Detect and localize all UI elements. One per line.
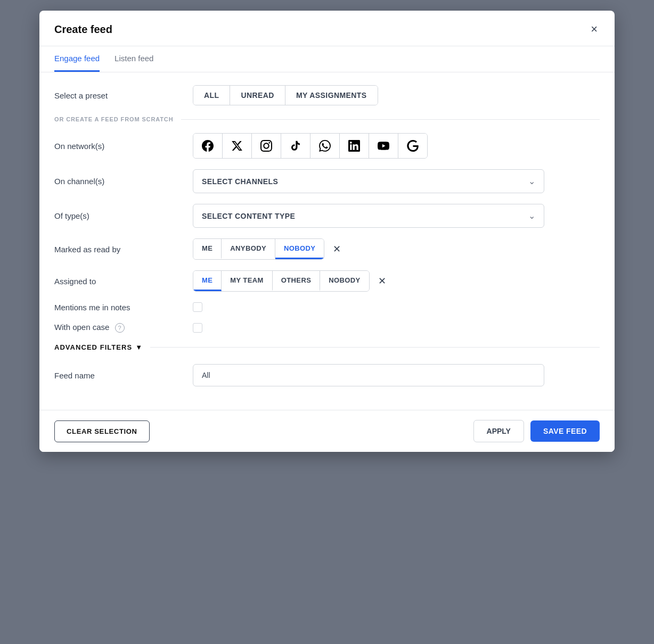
- channel-dropdown-label: SELECT CHANNELS: [202, 177, 278, 186]
- clear-selection-button[interactable]: CLEAR SELECTION: [54, 420, 150, 442]
- tab-listen[interactable]: Listen feed: [115, 46, 153, 72]
- modal-title: Create feed: [54, 23, 112, 36]
- type-row: Of type(s) SELECT CONTENT TYPE ⌄: [54, 204, 600, 228]
- network-tiktok-button[interactable]: [281, 134, 310, 158]
- tab-bar: Engage feed Listen feed: [39, 46, 615, 72]
- save-feed-button[interactable]: SAVE FEED: [530, 420, 600, 442]
- network-label: On network(s): [54, 142, 193, 151]
- network-icons-group: [193, 133, 428, 159]
- channel-chevron-icon: ⌄: [528, 176, 535, 186]
- open-case-label: With open case ?: [54, 323, 193, 333]
- footer-right-actions: APPLY SAVE FEED: [473, 420, 600, 442]
- modal-header: Create feed ×: [39, 11, 615, 46]
- open-case-help-icon[interactable]: ?: [115, 323, 125, 333]
- network-facebook-button[interactable]: [193, 134, 223, 158]
- preset-all-button[interactable]: ALL: [193, 86, 230, 105]
- advanced-filters-row: ADVANCED FILTERS ▼: [54, 343, 600, 351]
- type-dropdown-label: SELECT CONTENT TYPE: [202, 212, 295, 220]
- tab-engage[interactable]: Engage feed: [54, 46, 100, 72]
- marked-read-toggle-group: ME ANYBODY NOBODY: [193, 238, 324, 260]
- apply-button[interactable]: APPLY: [473, 420, 524, 442]
- open-case-row: With open case ?: [54, 323, 600, 333]
- modal-body: Select a preset ALL UNREAD MY ASSIGNMENT…: [39, 72, 615, 410]
- assigned-to-row: Assigned to ME MY TEAM OTHERS NOBODY ✕: [54, 270, 600, 292]
- marked-read-me-button[interactable]: ME: [193, 239, 222, 259]
- modal-footer: CLEAR SELECTION APPLY SAVE FEED: [39, 410, 615, 452]
- channel-row: On channel(s) SELECT CHANNELS ⌄: [54, 169, 600, 193]
- type-dropdown[interactable]: SELECT CONTENT TYPE ⌄: [193, 204, 544, 228]
- network-whatsapp-button[interactable]: [310, 134, 340, 158]
- preset-buttons-group: ALL UNREAD MY ASSIGNMENTS: [193, 85, 378, 105]
- preset-row: Select a preset ALL UNREAD MY ASSIGNMENT…: [54, 85, 600, 105]
- type-label: Of type(s): [54, 211, 193, 220]
- assigned-to-clear-button[interactable]: ✕: [375, 274, 389, 288]
- feed-name-input[interactable]: [193, 364, 544, 386]
- feed-name-row: Feed name: [54, 364, 600, 386]
- scratch-divider-label: OR CREATE A FEED FROM SCRATCH: [54, 116, 174, 122]
- preset-my-assignments-button[interactable]: MY ASSIGNMENTS: [285, 86, 378, 105]
- advanced-filters-arrow: ▼: [135, 343, 143, 351]
- advanced-filters-button[interactable]: ADVANCED FILTERS ▼: [54, 343, 143, 351]
- advanced-filters-divider: [150, 347, 600, 348]
- marked-read-nobody-button[interactable]: NOBODY: [275, 239, 324, 259]
- scratch-divider: OR CREATE A FEED FROM SCRATCH: [54, 116, 600, 122]
- network-linkedin-button[interactable]: [340, 134, 369, 158]
- advanced-filters-label: ADVANCED FILTERS: [54, 343, 132, 351]
- network-youtube-button[interactable]: [369, 134, 398, 158]
- network-twitter-button[interactable]: [223, 134, 252, 158]
- preset-label: Select a preset: [54, 91, 193, 100]
- network-google-button[interactable]: [398, 134, 427, 158]
- assigned-others-button[interactable]: OTHERS: [273, 271, 321, 291]
- close-button[interactable]: ×: [588, 21, 600, 37]
- assigned-my-team-button[interactable]: MY TEAM: [222, 271, 272, 291]
- network-instagram-button[interactable]: [252, 134, 281, 158]
- marked-read-row: Marked as read by ME ANYBODY NOBODY ✕: [54, 238, 600, 260]
- type-chevron-icon: ⌄: [528, 211, 535, 221]
- mentions-row: Mentions me in notes: [54, 302, 600, 312]
- network-row: On network(s): [54, 133, 600, 159]
- assigned-to-label: Assigned to: [54, 277, 193, 286]
- marked-read-label: Marked as read by: [54, 245, 193, 254]
- feed-name-label: Feed name: [54, 371, 193, 380]
- assigned-nobody-button[interactable]: NOBODY: [320, 271, 369, 291]
- marked-read-anybody-button[interactable]: ANYBODY: [222, 239, 275, 259]
- marked-read-clear-button[interactable]: ✕: [330, 242, 344, 256]
- assigned-me-button[interactable]: ME: [193, 271, 222, 291]
- channel-dropdown[interactable]: SELECT CHANNELS ⌄: [193, 169, 544, 193]
- channel-label: On channel(s): [54, 177, 193, 186]
- create-feed-modal: Create feed × Engage feed Listen feed Se…: [39, 11, 615, 452]
- divider-line: [181, 119, 600, 120]
- open-case-checkbox[interactable]: [193, 323, 202, 333]
- mentions-checkbox[interactable]: [193, 302, 202, 312]
- assigned-to-toggle-group: ME MY TEAM OTHERS NOBODY: [193, 270, 370, 292]
- mentions-label: Mentions me in notes: [54, 303, 193, 312]
- preset-unread-button[interactable]: UNREAD: [230, 86, 285, 105]
